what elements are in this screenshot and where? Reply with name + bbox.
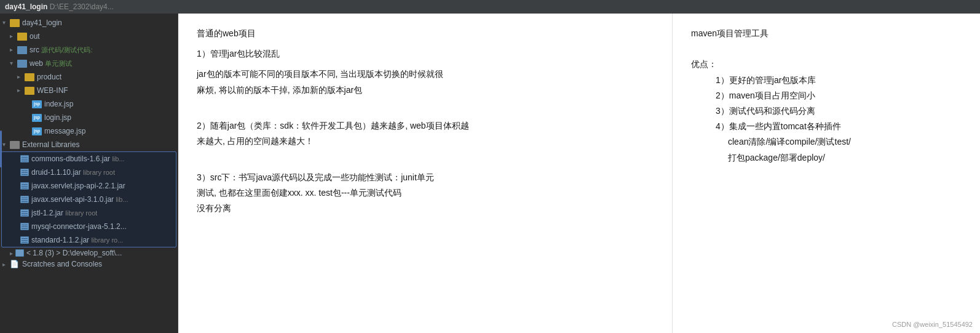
jar-icon bbox=[20, 182, 29, 190]
sidebar-item-druid[interactable]: druid-1.1.10.jar library root bbox=[2, 166, 176, 179]
folder-icon bbox=[25, 87, 34, 95]
sidebar-item-label: mysql-connector-java-5.1.2... bbox=[31, 221, 127, 232]
arrow-icon bbox=[10, 58, 17, 69]
folder-icon bbox=[17, 33, 27, 41]
sidebar-item-label: web 单元测试 bbox=[30, 58, 72, 69]
sidebar-item-label: product bbox=[37, 71, 61, 82]
folder-icon bbox=[25, 73, 34, 81]
content-p1-body: jar包的版本可能不同的项目版本不同, 当出现版本切换的时候就很麻烦, 将以前的… bbox=[197, 66, 654, 97]
sidebar-item-index-jsp[interactable]: jsp index.jsp bbox=[0, 97, 178, 111]
folder-icon-src bbox=[17, 46, 27, 54]
sidebar-item-label: src 源代码/测试代码: bbox=[30, 44, 92, 55]
scratches-label: Scratches and Consoles bbox=[22, 260, 102, 268]
sidebar-item-label: javax.servlet-api-3.1.0.jar lib... bbox=[31, 194, 128, 205]
sidebar-item-jstl[interactable]: jstl-1.2.jar library root bbox=[2, 206, 176, 220]
sidebar-item-label: index.jsp bbox=[44, 98, 73, 110]
folder-icon bbox=[10, 19, 20, 27]
sidebar-item-label: login.jsp bbox=[44, 112, 71, 123]
sidebar-item-scratches[interactable]: 📄 Scratches and Consoles bbox=[0, 259, 178, 270]
sidebar-item-commons-dbutils[interactable]: commons-dbutils-1.6.jar lib... bbox=[2, 152, 176, 166]
content-p1-header: 1）管理jar包比较混乱 bbox=[197, 46, 654, 62]
sidebar-item-external-libraries[interactable]: External Libraries bbox=[0, 138, 178, 151]
scratches-icon: 📄 bbox=[10, 260, 20, 268]
arrow-icon bbox=[17, 85, 25, 96]
arrow-icon: ▸ bbox=[10, 250, 13, 257]
jar-icon bbox=[20, 223, 29, 230]
right-point-3: 3）测试代码和源代码分离 bbox=[691, 103, 962, 119]
sidebar-item-out[interactable]: out bbox=[0, 30, 178, 43]
sidebar-item-javax-servlet[interactable]: javax.servlet-api-3.1.0.jar lib... bbox=[2, 193, 176, 206]
sidebar-item-label: standard-1.1.2.jar library ro... bbox=[31, 235, 123, 246]
content-p2: 2）随着jar包（类库：sdk：软件开发工具包）越来越多, web项目体积越来越… bbox=[197, 118, 654, 149]
main-layout: day41_login out src 源代码/测试代码: web 单元测试 p… bbox=[0, 14, 980, 333]
arrow-icon bbox=[17, 71, 25, 82]
sidebar-item-label: javax.servlet.jsp-api-2.2.1.jar bbox=[31, 180, 125, 191]
sidebar-item-jdk[interactable]: ▸ < 1.8 (3) > D:\develop_soft\... bbox=[0, 247, 178, 259]
sidebar-item-web[interactable]: web 单元测试 bbox=[0, 57, 178, 70]
arrow-icon bbox=[2, 139, 10, 150]
attribution: CSDN @weixin_51545492 bbox=[892, 321, 973, 328]
left-content-panel: 普通的web项目 1）管理jar包比较混乱 jar包的版本可能不同的项目版本不同… bbox=[178, 14, 673, 333]
sidebar-item-label: commons-dbutils-1.6.jar lib... bbox=[31, 153, 125, 164]
jar-icon bbox=[20, 236, 29, 244]
sidebar-item-label: druid-1.1.10.jar library root bbox=[31, 167, 115, 178]
right-point-4-detail: clean清除/编译compile/测试test/打包package/部署dep… bbox=[691, 134, 962, 165]
jar-icon bbox=[20, 155, 29, 162]
sidebar-item-label: day41_login bbox=[22, 17, 62, 28]
jsp-icon: jsp bbox=[32, 127, 42, 135]
arrow-icon bbox=[2, 17, 10, 28]
sidebar-item-src[interactable]: src 源代码/测试代码: bbox=[0, 43, 178, 57]
sidebar-item-label: message.jsp bbox=[44, 126, 85, 137]
jar-icon bbox=[20, 196, 29, 203]
folder-icon-web bbox=[17, 60, 27, 68]
arrow-icon bbox=[10, 31, 17, 42]
right-title: maven项目管理工具 bbox=[691, 26, 962, 41]
ext-libs-icon bbox=[10, 141, 20, 149]
sidebar-item-label: External Libraries bbox=[22, 139, 79, 150]
project-path: day41_login D:\EE_2302\day4... bbox=[5, 2, 114, 11]
sidebar-item-standard[interactable]: standard-1.1.2.jar library ro... bbox=[2, 233, 176, 247]
jsp-icon: jsp bbox=[32, 100, 42, 108]
jar-icon bbox=[20, 209, 29, 217]
arrow-icon bbox=[2, 261, 10, 268]
sidebar-item-javax-servlet-jsp[interactable]: javax.servlet.jsp-api-2.2.1.jar bbox=[2, 179, 176, 193]
sidebar-item-label: out bbox=[30, 31, 40, 42]
jar-items-box: commons-dbutils-1.6.jar lib... druid-1.1… bbox=[1, 151, 176, 247]
jdk-icon bbox=[15, 249, 24, 257]
right-point-1: 1）更好的管理jar包版本库 bbox=[691, 73, 962, 88]
right-point-4: 4）集成一些内置tomcat各种插件 bbox=[691, 119, 962, 134]
sidebar: day41_login out src 源代码/测试代码: web 单元测试 p… bbox=[0, 14, 178, 333]
content-area: 普通的web项目 1）管理jar包比较混乱 jar包的版本可能不同的项目版本不同… bbox=[178, 14, 980, 333]
sidebar-item-login-jsp[interactable]: jsp login.jsp bbox=[0, 111, 178, 124]
arrow-icon bbox=[10, 44, 17, 55]
content-p3: 3）src下：书写java源代码以及完成一些功能性测试：junit单元测试, 也… bbox=[197, 170, 654, 217]
sidebar-item-webinf[interactable]: WEB-INF bbox=[0, 84, 178, 97]
top-bar: day41_login D:\EE_2302\day4... bbox=[0, 0, 980, 14]
sidebar-item-label: WEB-INF bbox=[37, 85, 68, 96]
jar-icon bbox=[20, 169, 29, 176]
sidebar-item-day41-login[interactable]: day41_login bbox=[0, 16, 178, 30]
jsp-icon: jsp bbox=[32, 114, 42, 122]
content-title: 普通的web项目 bbox=[197, 26, 654, 41]
scroll-indicator bbox=[0, 130, 2, 167]
sidebar-item-mysql-connector[interactable]: mysql-connector-java-5.1.2... bbox=[2, 220, 176, 233]
right-point-2: 2）maven项目占用空间小 bbox=[691, 88, 962, 103]
sidebar-item-message-jsp[interactable]: jsp message.jsp bbox=[0, 124, 178, 138]
sidebar-item-label: jstl-1.2.jar library root bbox=[31, 207, 97, 219]
right-content-panel: maven项目管理工具 优点： 1）更好的管理jar包版本库 2）maven项目… bbox=[673, 14, 980, 333]
sidebar-item-product[interactable]: product bbox=[0, 70, 178, 84]
right-subtitle: 优点： bbox=[691, 57, 962, 72]
sidebar-jdk-label: < 1.8 (3) > D:\develop_soft\... bbox=[26, 249, 122, 257]
